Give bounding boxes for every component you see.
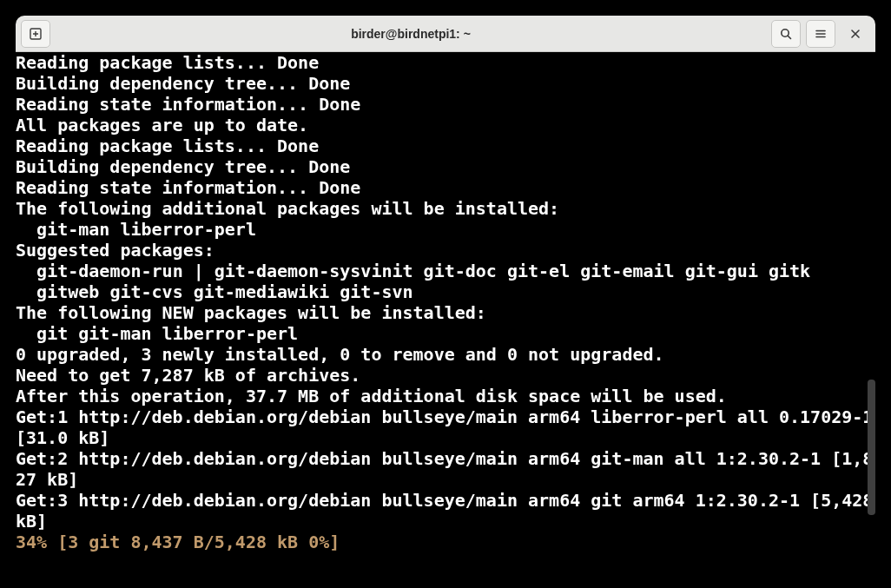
terminal-area[interactable]: Reading package lists... DoneBuilding de… <box>16 52 875 572</box>
close-button[interactable] <box>841 20 870 48</box>
terminal-line: After this operation, 37.7 MB of additio… <box>16 386 875 406</box>
search-icon <box>779 27 793 41</box>
terminal-line: 0 upgraded, 3 newly installed, 0 to remo… <box>16 344 875 365</box>
terminal-line: Need to get 7,287 kB of archives. <box>16 365 875 386</box>
terminal-line: git-daemon-run | git-daemon-sysvinit git… <box>16 261 875 281</box>
hamburger-icon <box>814 27 828 41</box>
terminal-line: git git-man liberror-perl <box>16 323 875 344</box>
terminal-line: git-man liberror-perl <box>16 219 875 240</box>
terminal-line: Building dependency tree... Done <box>16 156 875 177</box>
terminal-line: Suggested packages: <box>16 240 875 261</box>
download-progress-line: 34% [3 git 8,437 B/5,428 kB 0%] <box>16 532 875 552</box>
terminal-line: The following additional packages will b… <box>16 198 875 219</box>
scrollbar[interactable] <box>868 52 875 572</box>
titlebar: birder@birdnetpi1: ~ <box>16 16 875 52</box>
terminal-line: Get:1 http://deb.debian.org/debian bulls… <box>16 406 875 448</box>
terminal-output: Reading package lists... DoneBuilding de… <box>16 52 875 552</box>
search-button[interactable] <box>771 20 801 48</box>
window-title: birder@birdnetpi1: ~ <box>50 27 771 41</box>
terminal-line: All packages are up to date. <box>16 115 875 135</box>
close-icon <box>849 28 861 40</box>
terminal-line: Reading state information... Done <box>16 177 875 198</box>
titlebar-left <box>21 20 50 48</box>
terminal-line: Get:2 http://deb.debian.org/debian bulls… <box>16 448 875 490</box>
terminal-window: birder@birdnetpi1: ~ <box>16 16 875 572</box>
new-tab-icon <box>29 27 43 41</box>
terminal-line: Reading state information... Done <box>16 94 875 115</box>
titlebar-right <box>771 20 870 48</box>
new-tab-button[interactable] <box>21 20 50 48</box>
terminal-line: Get:3 http://deb.debian.org/debian bulls… <box>16 490 875 532</box>
terminal-line: Reading package lists... Done <box>16 135 875 156</box>
menu-button[interactable] <box>806 20 835 48</box>
scrollbar-thumb[interactable] <box>868 380 875 515</box>
terminal-line: Building dependency tree... Done <box>16 73 875 94</box>
terminal-line: Reading package lists... Done <box>16 52 875 73</box>
terminal-line: The following NEW packages will be insta… <box>16 302 875 323</box>
svg-line-4 <box>788 36 790 38</box>
terminal-line: gitweb git-cvs git-mediawiki git-svn <box>16 281 875 302</box>
